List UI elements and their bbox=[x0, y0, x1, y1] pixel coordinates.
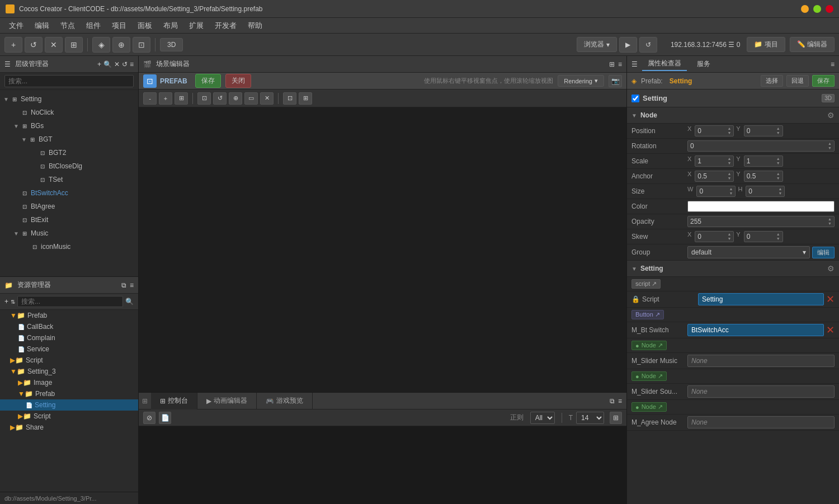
rotation-arrows[interactable]: ▲ ▼ bbox=[828, 142, 832, 150]
scale-y-down[interactable]: ▼ bbox=[776, 161, 780, 166]
menu-layout[interactable]: 布局 bbox=[159, 19, 182, 32]
scene-rect[interactable]: ▭ bbox=[244, 92, 258, 105]
m-bt-switch-input[interactable]: BtSwitchAcc bbox=[687, 324, 824, 336]
toolbar-play-button[interactable]: ▶ bbox=[619, 37, 637, 53]
tree-item-bgt2[interactable]: ⊡ BGT2 bbox=[0, 146, 138, 159]
skew-x-down[interactable]: ▼ bbox=[727, 237, 731, 241]
m-bt-switch-clear-button[interactable]: ✕ bbox=[826, 324, 835, 336]
toolbar-move-button[interactable]: ✕ bbox=[45, 37, 63, 53]
skew-x-up[interactable]: ▲ bbox=[727, 232, 731, 237]
inspector-save-button[interactable]: 保存 bbox=[812, 75, 835, 87]
size-h-arrows[interactable]: ▲ ▼ bbox=[778, 187, 782, 196]
asset-add-button[interactable]: + bbox=[4, 298, 8, 305]
m-slider-sou-input[interactable]: None bbox=[687, 385, 835, 398]
rendering-button[interactable]: Rendering ▾ bbox=[558, 75, 604, 87]
toolbar-project-button[interactable]: 📁 项目 bbox=[747, 37, 785, 52]
m-slider-music-input[interactable]: None bbox=[687, 355, 835, 367]
script-tag[interactable]: script ↗ bbox=[631, 279, 661, 289]
size-h-down[interactable]: ▼ bbox=[778, 191, 782, 196]
size-w-up[interactable]: ▲ bbox=[729, 187, 733, 191]
tree-item-noclick[interactable]: ⊡ NoClick bbox=[0, 106, 138, 119]
anchor-y-arrows[interactable]: ▲ ▼ bbox=[776, 172, 780, 181]
toolbar-grid-button[interactable]: ⊞ bbox=[65, 37, 83, 53]
prefab-save-button[interactable]: 保存 bbox=[195, 74, 221, 88]
tree-item-btexit[interactable]: ⊡ BtExit bbox=[0, 213, 138, 227]
hierarchy-add-icon[interactable]: + bbox=[97, 60, 101, 68]
scene-maximize-icon[interactable]: ⊞ bbox=[609, 60, 615, 68]
menu-edit[interactable]: 编辑 bbox=[30, 19, 54, 32]
anchor-y-up[interactable]: ▲ bbox=[776, 172, 780, 176]
setting-section-gear-icon[interactable]: ⚙ bbox=[827, 264, 835, 273]
size-w-input[interactable]: 0 ▲ ▼ bbox=[696, 186, 736, 197]
position-x-input[interactable]: 0 ▲ ▼ bbox=[695, 125, 734, 136]
menu-extend[interactable]: 扩展 bbox=[185, 19, 208, 32]
console-maximize-button[interactable]: ⊞ bbox=[610, 412, 622, 424]
hierarchy-collapse-icon[interactable]: ≡ bbox=[130, 60, 134, 68]
asset-item-setting3-folder[interactable]: ▼📁 Setting_3 bbox=[0, 366, 138, 377]
position-y-arrows[interactable]: ▲ ▼ bbox=[776, 126, 780, 135]
asset-item-complain[interactable]: 📄 Complain bbox=[0, 332, 138, 343]
skew-x-arrows[interactable]: ▲ ▼ bbox=[727, 232, 731, 241]
group-edit-button[interactable]: 编辑 bbox=[812, 247, 835, 258]
asset-item-service[interactable]: 📄 Service bbox=[0, 343, 138, 355]
anchor-x-input[interactable]: 0.5 ▲ ▼ bbox=[695, 171, 734, 182]
anchor-x-arrows[interactable]: ▲ ▼ bbox=[727, 172, 731, 181]
asset-search-icon[interactable]: 🔍 bbox=[125, 298, 134, 305]
scene-rotate[interactable]: ↺ bbox=[213, 92, 227, 105]
tree-item-setting[interactable]: ▼ ⊞ Setting bbox=[0, 92, 138, 106]
script-clear-button[interactable]: ✕ bbox=[826, 293, 835, 305]
toolbar-snap-button[interactable]: ◈ bbox=[92, 37, 110, 53]
toolbar-reload-button[interactable]: ↺ bbox=[639, 37, 657, 53]
setting-section-header[interactable]: ▼ Setting ⚙ bbox=[627, 261, 839, 277]
tree-item-btagree[interactable]: ⊡ BtAgree bbox=[0, 200, 138, 213]
tree-item-music[interactable]: ▼ ⊞ Music bbox=[0, 227, 138, 240]
rotation-down[interactable]: ▼ bbox=[828, 146, 832, 150]
tab-animation-editor[interactable]: ▶ 动画编辑器 bbox=[197, 393, 257, 409]
position-y-down[interactable]: ▼ bbox=[776, 131, 780, 135]
asset-item-script2-folder[interactable]: ▶📁 Script bbox=[0, 411, 138, 422]
close-button[interactable] bbox=[826, 5, 833, 13]
asset-item-image-folder[interactable]: ▶📁 Image bbox=[0, 377, 138, 388]
skew-y-down[interactable]: ▼ bbox=[776, 237, 780, 241]
script-name-input[interactable]: Setting bbox=[698, 293, 824, 305]
hierarchy-more-icon[interactable]: ✕ bbox=[114, 60, 120, 68]
tree-item-iconmusic[interactable]: ⊡ iconMusic bbox=[0, 240, 138, 253]
console-block-button[interactable]: ⊘ bbox=[143, 412, 155, 424]
asset-item-share-folder[interactable]: ▶📁 Share bbox=[0, 422, 138, 433]
scene-zoom-out[interactable]: - bbox=[143, 92, 157, 105]
scale-y-input[interactable]: 1 ▲ ▼ bbox=[744, 156, 783, 167]
menu-component[interactable]: 组件 bbox=[82, 19, 105, 32]
anchor-y-input[interactable]: 0.5 ▲ ▼ bbox=[744, 171, 783, 182]
minimize-button[interactable] bbox=[801, 5, 809, 13]
asset-item-prefab2-folder[interactable]: ▼📁 Prefab bbox=[0, 388, 138, 399]
scene-move[interactable]: ⊡ bbox=[197, 92, 211, 105]
size-w-down[interactable]: ▼ bbox=[729, 191, 733, 196]
skew-y-up[interactable]: ▲ bbox=[776, 232, 780, 237]
tree-item-bgs[interactable]: ▼ ⊞ BGs bbox=[0, 119, 138, 133]
hierarchy-search-icon[interactable]: 🔍 bbox=[103, 60, 112, 68]
inspector-select-button[interactable]: 选择 bbox=[761, 75, 783, 87]
button-tag[interactable]: Button ↗ bbox=[631, 310, 664, 319]
menu-project[interactable]: 项目 bbox=[107, 19, 131, 32]
position-x-down[interactable]: ▼ bbox=[727, 131, 731, 135]
asset-collapse-icon[interactable]: ≡ bbox=[130, 281, 134, 289]
tree-item-bgt[interactable]: ▼ ⊞ BGT bbox=[0, 133, 138, 146]
scene-snap[interactable]: ⊞ bbox=[299, 92, 312, 105]
node-section-header[interactable]: ▼ Node ⚙ bbox=[627, 107, 839, 124]
scale-x-input[interactable]: 1 ▲ ▼ bbox=[695, 156, 734, 167]
opacity-down[interactable]: ▼ bbox=[828, 222, 832, 226]
inspector-collapse-icon[interactable]: ≡ bbox=[831, 60, 835, 68]
opacity-up[interactable]: ▲ bbox=[828, 217, 832, 222]
scale-x-arrows[interactable]: ▲ ▼ bbox=[727, 157, 731, 166]
console-file-button[interactable]: 📄 bbox=[159, 412, 171, 424]
toolbar-editor-button[interactable]: ✏️ 编辑器 bbox=[790, 37, 835, 52]
tab-console[interactable]: ⊞ 控制台 bbox=[151, 393, 197, 409]
toolbar-rect-button[interactable]: ⊡ bbox=[133, 37, 150, 53]
bottom-panel-resize-handle[interactable]: ⊞ bbox=[139, 396, 151, 406]
tab-service[interactable]: 服务 bbox=[691, 58, 716, 70]
menu-node[interactable]: 节点 bbox=[56, 19, 79, 32]
asset-search-input[interactable] bbox=[17, 296, 123, 307]
position-x-up[interactable]: ▲ bbox=[727, 126, 731, 131]
menu-dev[interactable]: 开发者 bbox=[210, 19, 241, 32]
tab-inspector[interactable]: 属性检查器 bbox=[642, 57, 687, 71]
